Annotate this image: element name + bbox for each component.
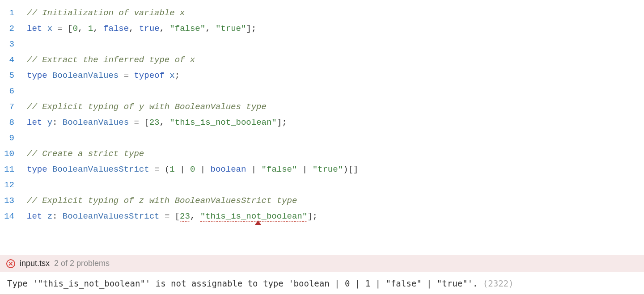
colon: : [52,211,63,221]
comment: // Explicit typing of y with BooleanValu… [27,102,267,112]
bracket-open: [ [144,118,149,127]
line-number: 11 [0,162,27,177]
line-number: 14 [0,209,27,224]
bracket-close: ]; [307,211,318,221]
space [165,71,169,80]
line-number: 6 [0,84,27,99]
error-number-literal[interactable]: 23 [180,211,190,222]
code-line[interactable]: 7 // Explicit typing of y with BooleanVa… [0,99,644,115]
comment: // Create a strict type [27,149,144,159]
error-message[interactable]: Type '"this_is_not_boolean"' is not assi… [0,272,644,295]
string-literal: "true" [313,164,343,174]
space [47,71,52,80]
code-editor: 1 // Initialization of variable x 2 let … [0,0,644,295]
identifier-y: y [47,118,52,127]
paren-close: ) [343,164,348,174]
code-content[interactable]: // Initialization of variable x [27,5,185,21]
code-line[interactable]: 8 let y: BooleanValues = [23, "this_is_n… [0,115,644,131]
string-literal: "false" [169,24,205,34]
line-number: 12 [0,177,27,193]
space [42,118,47,127]
paren-open: ( [165,164,169,174]
code-line[interactable]: 6 [0,84,644,99]
union-bar: | [175,164,190,174]
semicolon: ; [175,71,180,80]
code-line[interactable]: 5 type BooleanValues = typeof x; [0,68,644,84]
line-number: 3 [0,37,27,52]
space [47,164,52,174]
number-literal: 23 [149,118,160,127]
code-line[interactable]: 4 // Extract the inferred type of x [0,52,644,68]
bracket-close: ]; [246,24,256,34]
code-line[interactable]: 3 [0,37,644,52]
code-line[interactable]: 14 let z: BooleanValuesStrict = [23, "th… [0,209,644,224]
type-name: BooleanValuesStrict [52,164,149,174]
comma: , [93,24,103,34]
comma: , [205,24,216,34]
number-literal: 0 [190,164,195,174]
problems-count: 2 of 2 problems [54,259,110,268]
code-line[interactable]: 10 // Create a strict type [0,146,644,162]
line-number: 10 [0,146,27,162]
comment: // Extract the inferred type of x [27,55,195,65]
identifier-x: x [169,71,174,80]
keyword-let: let [27,118,42,127]
type-annotation: BooleanValuesStrict [63,211,160,221]
keyword-type: type [27,164,47,174]
number-literal: 0 [73,24,78,34]
operator-equals: = [119,71,134,80]
error-text: Type '"this_is_not_boolean"' is not assi… [7,278,478,288]
code-content[interactable]: // Explicit typing of z with BooleanValu… [27,193,297,209]
comma: , [190,211,200,221]
union-bar: | [297,164,312,174]
keyword-type: type [27,71,47,80]
code-content[interactable]: let y: BooleanValues = [23, "this_is_not… [27,115,287,131]
number-literal: 1 [88,24,93,34]
error-caret-icon [255,220,261,225]
string-literal: "this_is_not_boolean" [169,118,276,127]
code-content[interactable]: type BooleanValuesStrict = (1 | 0 | bool… [27,162,358,177]
bracket-close: ]; [277,118,287,127]
comment: // Initialization of variable x [27,8,185,18]
code-content[interactable]: // Explicit typing of y with BooleanValu… [27,99,267,115]
line-number: 5 [0,68,27,84]
line-number: 2 [0,21,27,37]
comma: , [160,118,170,127]
error-icon: ✕ [6,259,15,268]
code-line[interactable]: 11 type BooleanValuesStrict = (1 | 0 | b… [0,162,644,177]
error-string-literal[interactable]: "this_is_not_boolean" [200,211,307,222]
code-content[interactable]: let x = [0, 1, false, true, "false", "tr… [27,21,256,37]
comma: , [129,24,139,34]
operator-equals: = [149,164,165,174]
problems-bar[interactable]: ✕ input.tsx 2 of 2 problems [0,255,644,272]
line-number: 13 [0,193,27,209]
code-content[interactable]: let z: BooleanValuesStrict = [23, "this_… [27,209,318,224]
problems-filename: input.tsx [20,259,50,268]
operator-equals: = [52,24,68,34]
code-content[interactable]: // Create a strict type [27,146,144,162]
code-area[interactable]: 1 // Initialization of variable x 2 let … [0,0,644,255]
line-number: 4 [0,52,27,68]
union-bar: | [246,164,261,174]
array-brackets: [] [348,164,358,174]
operator-equals: = [159,211,174,221]
code-content[interactable]: // Extract the inferred type of x [27,52,195,68]
identifier-z: z [47,211,52,221]
code-line[interactable]: 12 [0,177,644,193]
boolean-literal: false [103,24,129,34]
line-number: 9 [0,131,27,146]
keyword-let: let [27,24,42,34]
code-line[interactable]: 9 [0,131,644,146]
space [42,211,47,221]
code-content[interactable]: type BooleanValues = typeof x; [27,68,180,84]
code-line[interactable]: 1 // Initialization of variable x [0,5,644,21]
code-line[interactable]: 13 // Explicit typing of z with BooleanV… [0,193,644,209]
line-number: 1 [0,5,27,21]
string-literal: "true" [216,24,246,34]
keyword-let: let [27,211,42,221]
code-line[interactable]: 2 let x = [0, 1, false, true, "false", "… [0,21,644,37]
keyword-boolean: boolean [211,164,246,174]
keyword-typeof: typeof [134,71,164,80]
comma: , [160,24,170,34]
type-annotation: BooleanValues [63,118,129,127]
